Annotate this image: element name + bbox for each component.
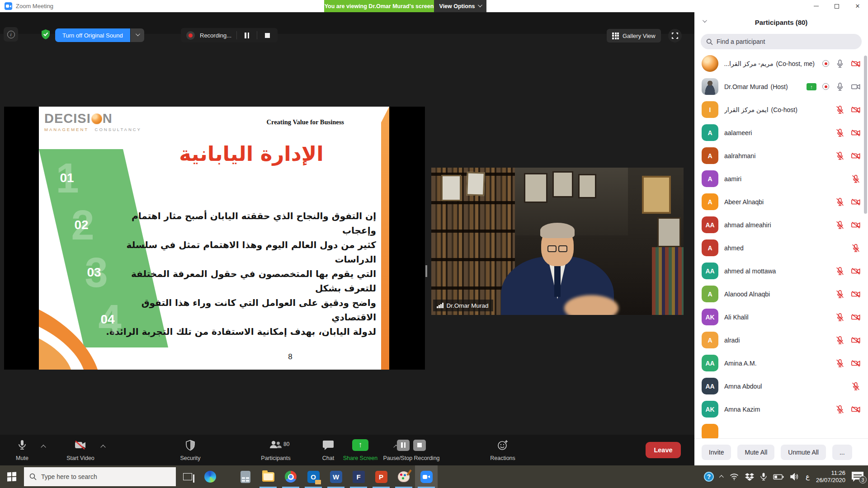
more-options-button[interactable]: ... (832, 445, 852, 460)
notification-center-button[interactable]: 3 (852, 472, 863, 482)
mic-muted-icon (835, 220, 845, 230)
language-indicator[interactable]: ع (806, 473, 810, 481)
participant-row[interactable]: A ahmed (694, 236, 868, 259)
participant-row[interactable]: AA ahmed al mottawa (694, 259, 868, 282)
close-button[interactable]: ✕ (847, 0, 868, 12)
collapse-panel-chevron-icon[interactable] (703, 18, 707, 23)
unmute-all-button[interactable]: Unmute All (781, 445, 826, 460)
participant-name: aalameeri (724, 129, 752, 136)
taskbar-clock[interactable]: 11:26 26/07/2020 (816, 469, 845, 484)
recording-label: Recording... (200, 32, 231, 39)
fullscreen-button[interactable] (668, 29, 682, 42)
participant-avatar: A (702, 239, 718, 256)
participant-row[interactable]: AA Amina A.M. (694, 352, 868, 375)
participant-row[interactable]: A alradi (694, 328, 868, 352)
participant-row[interactable]: AK Ali Khalil (694, 305, 868, 328)
pause-recording-button[interactable] (242, 30, 252, 40)
audio-options-caret[interactable] (42, 443, 45, 451)
mic-muted-icon (835, 151, 845, 161)
pause-recording-icon[interactable] (397, 440, 410, 451)
taskbar-word[interactable]: W (325, 465, 347, 488)
participants-button[interactable]: 80 Participants (256, 437, 296, 463)
participant-row[interactable]: A Abeer Alnaqbi (694, 190, 868, 213)
participant-list: ...مريم- مركز القرا (Co-host, me) Dr.Oma… (694, 52, 868, 438)
participant-row[interactable]: A Alanood Alnaqbi (694, 282, 868, 305)
camera-on-icon (851, 82, 861, 92)
leave-button[interactable]: Leave (646, 442, 681, 458)
taskbar-powerpoint[interactable]: P (370, 465, 392, 488)
windows-logo-icon (7, 472, 16, 482)
encryption-button[interactable] (38, 27, 53, 42)
dropbox-icon[interactable] (745, 473, 754, 481)
taskbar-calculator[interactable] (234, 465, 257, 488)
speaker-video-thumbnail[interactable]: Dr.Omar Murad (431, 168, 684, 315)
taskbar-chrome[interactable] (279, 465, 302, 488)
start-button[interactable] (0, 465, 24, 488)
tray-microphone-icon[interactable] (760, 473, 767, 481)
participant-row[interactable]: A aalrahmani (694, 144, 868, 167)
globe-icon (91, 113, 102, 124)
security-button[interactable]: Security (175, 437, 205, 463)
speaker-person (485, 220, 630, 315)
calculator-icon (241, 471, 250, 483)
scrollbar-thumb[interactable] (864, 56, 867, 214)
maximize-button[interactable] (826, 0, 847, 12)
participants-count-badge: 80 (283, 441, 289, 447)
taskbar-f-app[interactable]: F (347, 465, 370, 488)
step-number: 02 (67, 218, 96, 232)
reactions-button[interactable]: Reactions (485, 437, 521, 463)
participant-avatar: AA (702, 355, 718, 371)
participant-name: Alanood Alnaqbi (724, 291, 770, 298)
panel-resize-handle[interactable] (425, 265, 427, 277)
stop-recording-button[interactable] (262, 30, 272, 40)
mic-muted-icon (835, 404, 845, 414)
battery-icon[interactable] (773, 474, 784, 480)
paint-icon (398, 471, 410, 482)
participant-row[interactable]: AA Amna Abdoul (694, 375, 868, 398)
original-sound-dropdown[interactable] (131, 28, 144, 42)
shared-screen-area: 1 2 3 4 01 02 03 04 DECISI (0, 34, 694, 435)
participant-row[interactable]: Dr.Omar Murad (Host) ↑ (694, 75, 868, 98)
participant-row[interactable] (694, 421, 868, 438)
taskbar-zoom[interactable] (415, 465, 438, 488)
mute-all-button[interactable]: Mute All (737, 445, 774, 460)
participant-row[interactable]: I ايمن مركز القرار (Co-host) (694, 98, 868, 121)
find-participant-input[interactable]: Find a participant (701, 34, 862, 49)
mic-muted-icon (835, 289, 845, 299)
minimize-button[interactable] (806, 0, 826, 12)
participant-row[interactable]: ...مريم- مركز القرا (Co-host, me) (694, 52, 868, 75)
view-options-button[interactable]: View Options (434, 0, 486, 12)
speaker-icon[interactable] (790, 473, 799, 480)
glasses (546, 245, 569, 253)
start-video-button[interactable]: Start Video (62, 437, 99, 463)
mute-button[interactable]: Mute (8, 437, 36, 463)
video-options-caret[interactable] (101, 443, 105, 451)
task-view-button[interactable] (176, 465, 199, 488)
gallery-view-button[interactable]: Gallery View (607, 29, 661, 42)
invite-button[interactable]: Invite (702, 445, 731, 460)
stop-recording-icon[interactable] (413, 440, 426, 451)
participant-row[interactable]: A aalameeri (694, 121, 868, 144)
reactions-smiley-icon (497, 439, 509, 451)
viewing-screen-banner: You are viewing Dr.Omar Murad's screen (324, 0, 434, 12)
wifi-icon[interactable] (730, 473, 739, 480)
pause-stop-recording-button[interactable]: Pause/Stop Recording (375, 437, 448, 463)
step-number: 03 (80, 265, 108, 280)
participant-row[interactable]: AK Amna Kazim (694, 398, 868, 421)
taskbar-outlook[interactable]: O (302, 465, 325, 488)
help-icon[interactable]: ? (704, 472, 714, 482)
participants-icon: 80 (269, 439, 283, 451)
shield-icon (185, 439, 195, 451)
turn-off-original-sound-button[interactable]: Turn off Original Sound (55, 28, 130, 42)
taskbar-file-explorer[interactable] (257, 465, 279, 488)
participant-row[interactable]: AA ahmad almeahiri (694, 213, 868, 236)
tray-chevron-up-icon[interactable] (720, 475, 723, 479)
taskbar-paint[interactable] (392, 465, 415, 488)
participant-avatar: AA (702, 216, 718, 233)
outlook-icon: O (307, 471, 320, 483)
taskbar-search-input[interactable]: Type here to search (24, 467, 176, 486)
participant-row[interactable]: A aamiri (694, 167, 868, 190)
participant-avatar: A (702, 170, 718, 187)
taskbar-edge[interactable] (199, 465, 222, 488)
meeting-info-button[interactable]: i (4, 27, 18, 42)
